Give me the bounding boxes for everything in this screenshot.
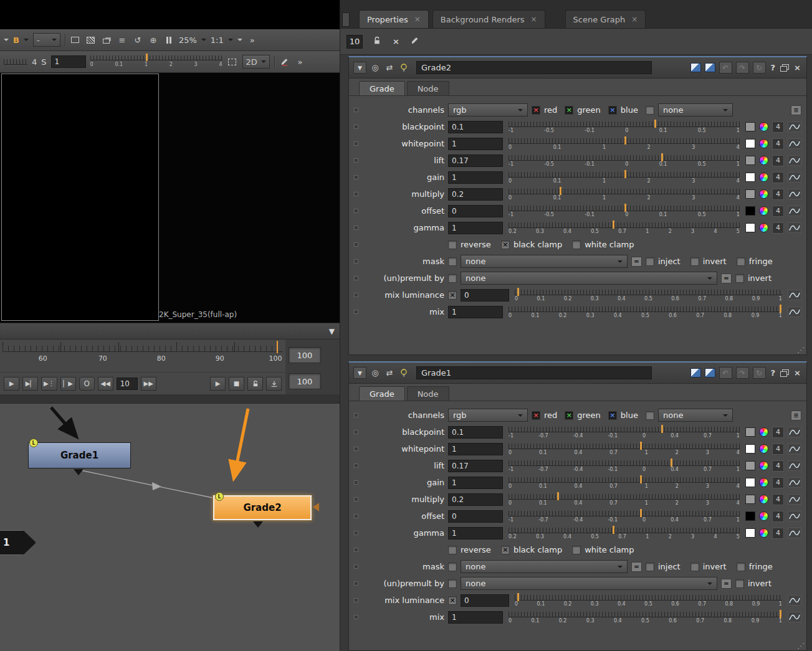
slider-handle[interactable] (624, 136, 626, 145)
annotation-pen-icon[interactable] (279, 56, 290, 67)
layer-select-dropdown[interactable]: - (33, 33, 60, 47)
checkbox-white-clamp[interactable] (572, 546, 581, 554)
multi-value-button[interactable]: 4 (772, 444, 784, 455)
help-button[interactable]: ? (770, 368, 777, 378)
node-output-arrow[interactable] (253, 521, 263, 528)
animation-curve-icon[interactable] (788, 222, 801, 233)
jump-forward-button[interactable]: ▶▶ (141, 377, 156, 391)
edit-pencil-icon[interactable] (411, 36, 419, 47)
layer-dropdown[interactable]: none (658, 409, 733, 422)
checkbox-inject[interactable] (646, 257, 654, 266)
viewer-gain-slider[interactable]: 0 0.1 1 2 3 4 (90, 54, 222, 70)
frame-increment-input[interactable]: 10 (117, 378, 138, 390)
multi-value-button[interactable]: 4 (772, 189, 784, 200)
animation-curve-icon[interactable] (788, 189, 801, 199)
record-button[interactable]: ■ (229, 377, 244, 391)
param-input-offset[interactable]: 0 (448, 510, 503, 523)
animation-curve-icon[interactable] (788, 138, 801, 149)
tab-grade[interactable]: Grade (359, 386, 405, 401)
lock-range-button[interactable] (247, 377, 263, 391)
param-slider[interactable]: -1-0.7-0.4-0.100.40.71 (509, 509, 740, 524)
channels-dropdown[interactable]: rgb (448, 409, 528, 422)
slider-handle[interactable] (146, 54, 148, 61)
animation-curve-icon[interactable] (788, 528, 801, 538)
param-input-whitepoint[interactable]: 1 (448, 443, 503, 455)
split-view-icon[interactable] (705, 63, 715, 72)
undo-icon[interactable]: ↶ (719, 367, 732, 379)
channels-menu-icon[interactable]: ≡ (117, 34, 128, 45)
multi-value-button[interactable]: 4 (772, 511, 784, 522)
mix-luminance-checkbox[interactable]: × (448, 291, 457, 300)
more-tools-chevrons-icon[interactable]: » (247, 34, 258, 45)
premult-link-button[interactable]: = (721, 273, 732, 283)
animation-curve-icon[interactable] (788, 206, 801, 216)
float-panel-icon[interactable] (780, 64, 789, 72)
slider-handle[interactable] (654, 120, 656, 128)
color-wheel-icon[interactable] (759, 156, 768, 165)
animation-curve-icon[interactable] (788, 460, 801, 471)
range-out-box[interactable]: 100 (289, 373, 321, 389)
undo-icon[interactable]: ↶ (719, 62, 732, 74)
mask-channel-checkbox[interactable] (448, 257, 457, 266)
view-mode-dropdown[interactable]: 2D (242, 55, 270, 69)
color-swatch[interactable] (745, 427, 755, 437)
animation-curve-icon[interactable] (788, 290, 801, 300)
timeline-ruler[interactable]: 60 70 80 90 100 (0, 340, 285, 372)
loop-mode-button[interactable]: O (79, 377, 95, 391)
animation-curve-icon[interactable] (788, 511, 801, 521)
slider-handle[interactable] (780, 610, 781, 618)
animation-curve-icon[interactable] (788, 494, 801, 505)
animation-curve-icon[interactable] (788, 121, 801, 132)
channel-checkbox-green[interactable]: × (565, 106, 573, 115)
premult-channel-checkbox[interactable] (448, 579, 457, 588)
mask-dropdown[interactable]: none (461, 560, 628, 573)
animation-curve-icon[interactable] (788, 427, 801, 437)
swap-input-icon[interactable]: ⇄ (384, 62, 395, 74)
dropdown-caret-icon[interactable] (237, 39, 242, 44)
checkbox-fringe[interactable] (737, 563, 745, 571)
center-node-icon[interactable]: ◎ (370, 62, 381, 74)
dropdown-caret-icon[interactable] (4, 39, 9, 44)
param-slider[interactable]: 0.20.30.40.50.712345 (509, 221, 740, 235)
channels-dropdown[interactable]: rgb (448, 103, 528, 116)
step-back-button[interactable]: ▶▏ (22, 377, 38, 391)
checkbox-reverse[interactable] (448, 240, 457, 249)
tab-background-renders[interactable]: Background Renders × (432, 10, 545, 28)
channel-checkbox-red[interactable]: × (532, 106, 540, 115)
param-input-whitepoint[interactable]: 1 (448, 138, 503, 150)
color-wheel-icon[interactable] (759, 427, 768, 437)
slider-handle[interactable] (661, 425, 663, 433)
color-wheel-icon[interactable] (759, 461, 768, 470)
premult-dropdown[interactable]: none (461, 577, 717, 590)
slider-handle[interactable] (517, 288, 519, 296)
multi-value-button[interactable]: 4 (772, 138, 784, 150)
slider-handle[interactable] (624, 170, 626, 178)
mix-luminance-checkbox[interactable]: × (448, 596, 457, 605)
premult-dropdown[interactable]: none (461, 272, 717, 285)
resize-grip[interactable]: ⋰ (797, 642, 805, 650)
play-backwards-button[interactable]: ▶ (4, 377, 19, 391)
mix-luminance-slider[interactable]: 00.10.20.30.40.50.60.70.80.91 (515, 288, 782, 303)
checkbox-black-clamp[interactable]: × (501, 240, 510, 249)
resize-grip[interactable]: ⋰ (797, 346, 805, 354)
roi-icon[interactable] (227, 56, 238, 67)
node-grade1[interactable]: Grade1 L (28, 442, 131, 468)
param-input-blackpoint[interactable]: 0.1 (448, 426, 503, 439)
param-slider[interactable]: 00.10.40.71234 (509, 442, 740, 457)
help-button[interactable]: ? (770, 63, 777, 72)
layer-checkbox[interactable] (646, 411, 654, 420)
revert-icon[interactable]: ↻ (753, 62, 766, 74)
tab-grade[interactable]: Grade (359, 81, 405, 95)
color-swatch[interactable] (745, 461, 755, 470)
tab-close-icon[interactable]: × (631, 15, 638, 24)
refresh-icon[interactable]: ↺ (132, 34, 143, 45)
animation-curve-icon[interactable] (788, 612, 801, 622)
mask-link-button[interactable]: = (631, 562, 642, 572)
tab-close-icon[interactable]: × (531, 15, 537, 24)
param-slider[interactable]: -1-0.5-0.100.10.51 (509, 120, 740, 135)
channel-menu-button[interactable]: ≡ (791, 105, 801, 115)
color-swatch[interactable] (745, 223, 755, 232)
revert-icon[interactable]: ↻ (753, 367, 766, 379)
color-wheel-icon[interactable] (759, 173, 768, 182)
jump-back-button[interactable]: ◀◀ (98, 377, 113, 391)
